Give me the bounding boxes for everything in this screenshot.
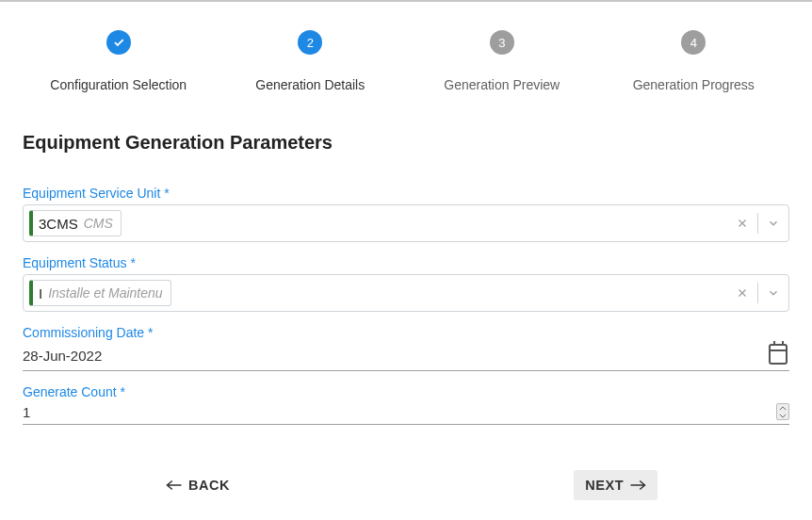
step-circle-3: 3 xyxy=(490,30,514,55)
step-label-1: Configuration Selection xyxy=(50,77,187,92)
tag-status-code: I xyxy=(39,285,42,301)
step-label-3: Generation Preview xyxy=(444,77,560,92)
tag-service-unit[interactable]: 3CMS CMS xyxy=(29,210,122,236)
tag-service-unit-desc: CMS xyxy=(84,216,113,231)
step-label-4: Generation Progress xyxy=(633,77,755,92)
label-commissioning-date: Commissioning Date * xyxy=(23,325,789,340)
spinner-up-icon[interactable] xyxy=(777,404,788,412)
next-button-label: NEXT xyxy=(585,478,624,493)
dropdown-status[interactable] xyxy=(758,275,788,311)
chevron-down-icon xyxy=(767,217,780,230)
value-generate-count: 1 xyxy=(23,404,776,420)
close-icon xyxy=(736,286,749,300)
next-button[interactable]: NEXT xyxy=(574,470,658,500)
spinner-down-icon[interactable] xyxy=(777,412,788,419)
label-service-unit: Equipment Service Unit * xyxy=(23,186,789,201)
field-commissioning-date: Commissioning Date * 28-Jun-2022 xyxy=(23,325,789,371)
step-circle-4: 4 xyxy=(681,30,706,55)
clear-status[interactable] xyxy=(727,275,757,311)
arrow-left-icon xyxy=(166,479,183,492)
select-status[interactable]: I Installe et Maintenu xyxy=(23,274,789,312)
back-button-label: BACK xyxy=(188,478,230,493)
stepper: Configuration Selection 2 Generation Det… xyxy=(0,2,812,115)
tag-status-desc: Installe et Maintenu xyxy=(48,285,162,301)
number-spinner[interactable] xyxy=(776,403,789,420)
step-circle-1 xyxy=(106,30,131,55)
dropdown-service-unit[interactable] xyxy=(758,205,788,241)
tag-status[interactable]: I Installe et Maintenu xyxy=(29,280,171,306)
field-service-unit: Equipment Service Unit * 3CMS CMS xyxy=(23,186,789,242)
clear-service-unit[interactable] xyxy=(727,205,757,241)
step-generation-details[interactable]: 2 Generation Details xyxy=(215,30,407,92)
wizard-nav: BACK NEXT xyxy=(23,438,789,500)
input-generate-count[interactable]: 1 xyxy=(23,403,789,425)
section-title: Equipment Generation Parameters xyxy=(23,132,789,154)
step-circle-2: 2 xyxy=(298,30,322,55)
step-generation-preview[interactable]: 3 Generation Preview xyxy=(406,30,598,92)
calendar-icon[interactable] xyxy=(769,344,788,365)
back-button[interactable]: BACK xyxy=(154,470,241,500)
tag-service-unit-code: 3CMS xyxy=(39,216,78,232)
step-configuration-selection[interactable]: Configuration Selection xyxy=(23,30,215,92)
select-service-unit[interactable]: 3CMS CMS xyxy=(23,204,789,242)
value-commissioning-date: 28-Jun-2022 xyxy=(23,348,769,364)
step-generation-progress[interactable]: 4 Generation Progress xyxy=(598,30,790,92)
arrow-right-icon xyxy=(629,479,646,492)
chevron-down-icon xyxy=(767,286,780,300)
field-status: Equipment Status * I Installe et Mainten… xyxy=(23,255,789,312)
step-label-2: Generation Details xyxy=(255,77,365,92)
input-commissioning-date[interactable]: 28-Jun-2022 xyxy=(23,344,789,371)
check-icon xyxy=(112,36,125,49)
field-generate-count: Generate Count * 1 xyxy=(23,384,789,425)
close-icon xyxy=(736,217,749,230)
label-generate-count: Generate Count * xyxy=(23,384,789,399)
label-status: Equipment Status * xyxy=(23,255,789,270)
